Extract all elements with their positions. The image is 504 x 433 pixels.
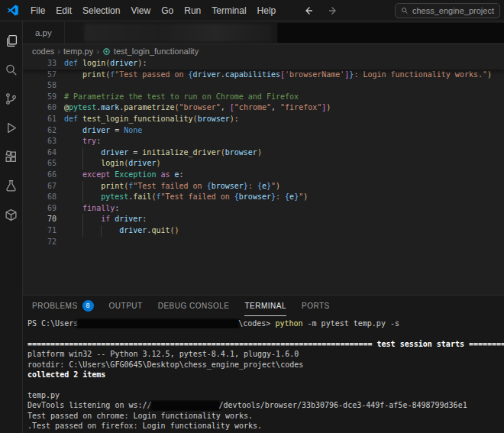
code-lines: 57print(f"Test passed on {driver.capabil… [23, 69, 504, 248]
code-line[interactable]: 61def test_login_functionality(browser): [23, 114, 504, 125]
indent-guide [64, 125, 82, 137]
code-line[interactable]: 65login(driver) [23, 158, 504, 170]
editor-tab-bar: a.py [23, 21, 504, 44]
code-line[interactable]: 72 [23, 237, 504, 248]
menu-selection[interactable]: Selection [77, 3, 125, 18]
code-line[interactable]: 66except Exception as e: [23, 170, 504, 181]
terminal-line: .Test passed on firefox: Login functiona… [27, 421, 504, 431]
title-bar: FileEditSelectionViewGoRunTerminalHelp c… [0, 0, 504, 21]
forward-arrow-icon[interactable] [327, 5, 339, 17]
indent-guide [64, 69, 82, 81]
menu-go[interactable]: Go [156, 3, 179, 18]
code-line[interactable]: 67print(f"Test failed on {browser}: {e}"… [23, 181, 504, 192]
code-line[interactable]: 62driver = None [23, 125, 504, 137]
terminal-line [27, 328, 504, 338]
indent-guide [64, 136, 82, 147]
vscode-window: FileEditSelectionViewGoRunTerminalHelp c… [0, 0, 504, 433]
terminal-content[interactable]: PS C:\Users\codes> python -m pytest temp… [27, 318, 504, 433]
search-icon [401, 6, 409, 15]
menu-file[interactable]: File [25, 3, 50, 18]
line-number: 68 [23, 192, 57, 203]
redacted-text [152, 402, 219, 410]
indent-guide [82, 225, 101, 237]
line-number: 71 [23, 225, 57, 237]
breadcrumb-item[interactable]: temp.py [63, 47, 93, 56]
line-number: 69 [23, 203, 57, 215]
nav-arrows [302, 5, 339, 17]
code-line[interactable]: 69finally: [23, 203, 504, 215]
code-editor[interactable]: 33def login(driver): 57print(f"Test pass… [23, 58, 504, 295]
breadcrumb-separator: › [57, 47, 60, 56]
terminal-line: DevTools listening on ws:///devtools/bro… [27, 400, 504, 410]
panel-tabs: PROBLEMS8OUTPUTDEBUG CONSOLETERMINALPORT… [23, 296, 504, 316]
terminal-line: rootdir: C:\Users\GFG0645\Desktop\chess_… [27, 360, 504, 370]
tab-a-py[interactable]: a.py [23, 21, 65, 44]
menu-view[interactable]: View [125, 3, 156, 18]
explorer-icon[interactable] [0, 26, 23, 55]
code-line[interactable]: 71driver.quit() [23, 225, 504, 237]
menu-run[interactable]: Run [179, 3, 206, 18]
line-number: 58 [23, 80, 57, 92]
panel-tab-output[interactable]: OUTPUT [109, 296, 143, 316]
redacted-region [277, 23, 504, 43]
code-line[interactable]: 64driver = initialize_driver(browser) [23, 147, 504, 159]
indent-guide [64, 225, 82, 237]
indent-guide [64, 170, 82, 181]
testing-icon[interactable] [0, 171, 23, 200]
indent-guide [82, 181, 101, 192]
line-number: 63 [23, 136, 57, 147]
panel-tab-problems[interactable]: PROBLEMS8 [32, 296, 94, 316]
line-number: 67 [23, 181, 57, 192]
indent-guide [82, 147, 101, 159]
code-line[interactable]: 59# Parametrize the test to run on Chrom… [23, 92, 504, 103]
code-line[interactable]: 57print(f"Test passed on {driver.capabil… [23, 69, 504, 81]
code-line[interactable]: 68pytest.fail(f"Test failed on {browser}… [23, 192, 504, 203]
source-control-icon[interactable] [0, 84, 23, 113]
line-number: 57 [23, 69, 57, 81]
line-number: 66 [23, 170, 57, 181]
tab-label: a.py [35, 28, 52, 37]
terminal-line: ========================================… [27, 339, 504, 349]
code-line[interactable]: 58 [23, 80, 504, 92]
code-line[interactable]: 63try: [23, 136, 504, 147]
extensions-icon[interactable] [0, 142, 23, 171]
command-center-search[interactable]: chess_engine_project [395, 3, 500, 18]
line-number: 62 [23, 125, 57, 137]
sticky-line[interactable]: 33def login(driver): [23, 58, 504, 69]
menu-terminal[interactable]: Terminal [206, 3, 251, 18]
menu-edit[interactable]: Edit [50, 3, 77, 18]
line-number: 60 [23, 102, 57, 114]
redacted-text [78, 320, 238, 328]
terminal-line: platform win32 -- Python 3.12.5, pytest-… [27, 349, 504, 359]
indent-guide [64, 158, 82, 170]
menu-bar: FileEditSelectionViewGoRunTerminalHelp [25, 3, 281, 18]
code-line[interactable]: 70if driver: [23, 214, 504, 225]
panel-tab-terminal[interactable]: TERMINAL [244, 296, 286, 316]
code-line[interactable]: 60@pytest.mark.parametrize("browser", ["… [23, 102, 504, 114]
panel-tab-ports[interactable]: PORTS [302, 296, 330, 316]
vscode-logo-icon [7, 5, 19, 17]
code-line[interactable]: 33def login(driver): [23, 58, 504, 69]
line-number: 72 [23, 237, 57, 248]
redacted-tabs-region [84, 24, 272, 42]
panel-tab-debug-console[interactable]: DEBUG CONSOLE [158, 296, 230, 316]
menu-help[interactable]: Help [252, 3, 282, 18]
breadcrumb-separator: › [96, 47, 99, 56]
back-arrow-icon[interactable] [302, 5, 315, 17]
line-number: 64 [23, 147, 57, 159]
run-debug-icon[interactable] [0, 113, 23, 142]
breadcrumb-item[interactable]: codes [32, 47, 54, 56]
indent-guide [82, 158, 101, 170]
indent-guide [64, 181, 82, 192]
indent-guide [64, 203, 82, 215]
terminal-line: temp.py [27, 390, 504, 400]
line-number: 59 [23, 92, 57, 103]
cube-icon[interactable] [0, 200, 23, 229]
indent-guide [64, 192, 82, 203]
terminal-line: collected 2 items [27, 370, 504, 380]
breadcrumb: codes›temp.py›test_login_functionality [23, 44, 504, 58]
search-sidebar-icon[interactable] [0, 55, 23, 84]
breadcrumb-item[interactable]: test_login_functionality [114, 47, 199, 56]
line-number: 61 [23, 114, 57, 125]
line-number: 70 [23, 214, 57, 225]
